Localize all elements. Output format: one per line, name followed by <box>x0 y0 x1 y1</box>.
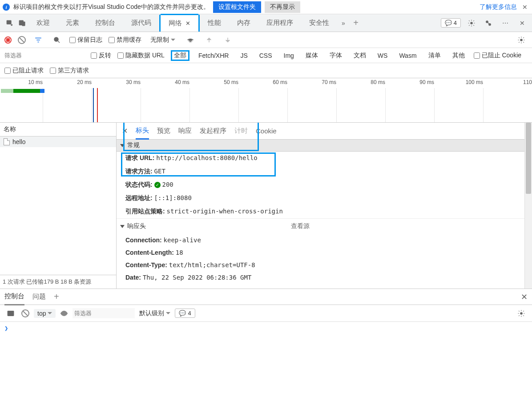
tab-elements[interactable]: 元素 <box>58 14 87 32</box>
detail-tab-timing[interactable]: 计时 <box>234 123 248 139</box>
blocked-requests-checkbox[interactable]: 已阻止请求 <box>4 67 44 75</box>
drawer-tab-console[interactable]: 控制台 <box>4 289 24 305</box>
scrollbar-thumb[interactable] <box>526 123 531 194</box>
timeline-tick: 90 ms <box>419 79 434 85</box>
close-icon[interactable]: ✕ <box>520 4 529 11</box>
general-section-header[interactable]: 常规 <box>117 140 532 152</box>
tab-close-icon[interactable]: ✕ <box>185 20 190 27</box>
detail-tab-preview[interactable]: 预览 <box>157 123 170 139</box>
close-drawer-icon[interactable]: ✕ <box>521 292 528 302</box>
network-settings-icon[interactable] <box>515 34 528 46</box>
clear-console-icon[interactable] <box>21 309 29 317</box>
timeline-tick: 30 ms <box>126 79 141 85</box>
timeline-tick: 50 ms <box>224 79 238 85</box>
disable-cache-checkbox[interactable]: 禁用缓存 <box>109 36 141 44</box>
view-source-link[interactable]: 查看源 <box>291 222 310 230</box>
inspect-icon[interactable] <box>4 17 16 29</box>
import-har-icon[interactable] <box>203 34 215 46</box>
console-settings-icon[interactable] <box>515 307 528 320</box>
name-column-header[interactable]: 名称 <box>0 123 116 136</box>
hide-data-urls-checkbox[interactable]: 隐藏数据 URL <box>117 52 165 60</box>
blocked-cookies-checkbox[interactable]: 已阻止 Cookie <box>474 52 521 60</box>
tab-sources[interactable]: 源代码 <box>123 14 159 32</box>
request-list-pane: 名称 hello 1 次请求 已传输179 B 18 B 条资源 <box>0 123 117 289</box>
settings-icon[interactable] <box>465 17 478 29</box>
add-tab-icon[interactable]: + <box>350 17 362 29</box>
add-drawer-tab-icon[interactable]: + <box>54 292 59 302</box>
set-root-folder-button[interactable]: 设置根文件夹 <box>213 1 261 13</box>
record-button[interactable] <box>4 36 12 44</box>
console-filter-input[interactable] <box>73 308 135 318</box>
hide-data-label: 隐藏数据 URL <box>125 52 165 60</box>
timeline-tick: 10 ms <box>28 79 43 85</box>
tab-welcome[interactable]: 欢迎 <box>28 14 58 32</box>
detail-tab-headers[interactable]: 标头 <box>136 123 149 140</box>
issue-dot-icon: 💬 <box>179 310 186 317</box>
filter-type-js[interactable]: JS <box>238 51 250 60</box>
filter-type-fetchxhr[interactable]: Fetch/XHR <box>196 51 231 60</box>
learn-more-link[interactable]: 了解更多信息 <box>480 3 517 11</box>
filter-type-img[interactable]: Img <box>281 51 297 60</box>
filter-type-ws[interactable]: WS <box>375 51 391 60</box>
detail-tab-response[interactable]: 响应 <box>178 123 192 139</box>
console-issues-badge[interactable]: 💬 4 <box>175 309 195 318</box>
dismiss-button[interactable]: 不再显示 <box>265 1 300 13</box>
context-select[interactable]: top <box>34 309 56 318</box>
detail-tabs: ✕ 标头 预览 响应 发起程序 计时 Cookie <box>117 123 532 140</box>
drawer-tab-issues[interactable]: 问题 <box>32 289 46 305</box>
device-toggle-icon[interactable] <box>16 17 28 29</box>
invert-checkbox[interactable]: 反转 <box>91 52 111 60</box>
close-devtools-icon[interactable]: ✕ <box>516 17 528 29</box>
request-row[interactable]: hello <box>0 136 116 147</box>
tab-network[interactable]: 网络✕ <box>161 14 198 32</box>
timeline-bars <box>1 89 44 93</box>
log-level-select[interactable]: 默认级别 <box>139 309 170 317</box>
filter-input[interactable] <box>4 52 85 59</box>
status-ok-icon: ✓ <box>154 182 161 188</box>
search-icon[interactable] <box>51 34 63 46</box>
info-message: 标识项目的根文件夹以打开Visual Studio Code中的源文件并同步更改… <box>13 3 210 11</box>
throttling-select[interactable]: 无限制 <box>148 36 178 44</box>
close-detail-icon[interactable]: ✕ <box>122 127 128 135</box>
filter-type-other[interactable]: 其他 <box>450 51 468 60</box>
filter-type-doc[interactable]: 文档 <box>351 51 369 60</box>
filter-type-all[interactable]: 全部 <box>171 50 189 61</box>
preserve-log-checkbox[interactable]: 保留日志 <box>69 36 102 44</box>
kebab-menu-icon[interactable]: ⋯ <box>499 17 512 29</box>
timeline-tick: 20 ms <box>77 79 92 85</box>
third-party-checkbox[interactable]: 第三方请求 <box>50 67 89 75</box>
scrollbar[interactable] <box>524 123 532 289</box>
tab-memory[interactable]: 内存 <box>229 14 258 32</box>
console-prompt[interactable]: ❯ <box>0 322 532 334</box>
filter-type-wasm[interactable]: Wasm <box>396 51 419 60</box>
console-sidebar-icon[interactable] <box>4 307 17 320</box>
invert-label: 反转 <box>99 52 111 60</box>
network-split: 名称 hello 1 次请求 已传输179 B 18 B 条资源 ✕ 标头 预览… <box>0 123 532 289</box>
more-tabs-icon[interactable]: » <box>337 17 350 29</box>
export-har-icon[interactable] <box>222 34 234 46</box>
detail-tab-cookie[interactable]: Cookie <box>256 124 277 138</box>
issues-badge[interactable]: 💬 4 <box>441 18 461 28</box>
detail-tab-initiator[interactable]: 发起程序 <box>200 123 226 139</box>
hdr-v: keep-alive <box>164 237 201 244</box>
live-expression-icon[interactable] <box>60 309 68 317</box>
hdr-v: Thu, 22 Sep 2022 06:28:36 GMT <box>143 274 251 281</box>
filter-type-font[interactable]: 字体 <box>327 51 345 60</box>
console-toolbar: top 默认级别 💬 4 <box>0 305 532 322</box>
caret-down-icon <box>48 312 52 314</box>
filter-toggle-icon[interactable] <box>32 34 44 46</box>
clear-button[interactable] <box>18 36 26 44</box>
activity-icon[interactable] <box>482 17 495 29</box>
hdr-k: Content-Type: <box>125 261 167 269</box>
network-timeline[interactable]: 10 ms 20 ms 30 ms 40 ms 50 ms 60 ms 70 m… <box>0 78 532 123</box>
filter-type-media[interactable]: 媒体 <box>303 51 321 60</box>
network-conditions-icon[interactable] <box>184 34 197 46</box>
response-headers-section[interactable]: 响应头 查看源 <box>117 218 532 234</box>
caret-down-icon <box>166 312 170 314</box>
filter-type-manifest[interactable]: 清单 <box>426 51 443 60</box>
tab-console[interactable]: 控制台 <box>87 14 123 32</box>
filter-type-css[interactable]: CSS <box>257 51 275 60</box>
tab-security[interactable]: 安全性 <box>301 14 337 32</box>
tab-performance[interactable]: 性能 <box>200 14 229 32</box>
tab-application[interactable]: 应用程序 <box>258 14 301 32</box>
